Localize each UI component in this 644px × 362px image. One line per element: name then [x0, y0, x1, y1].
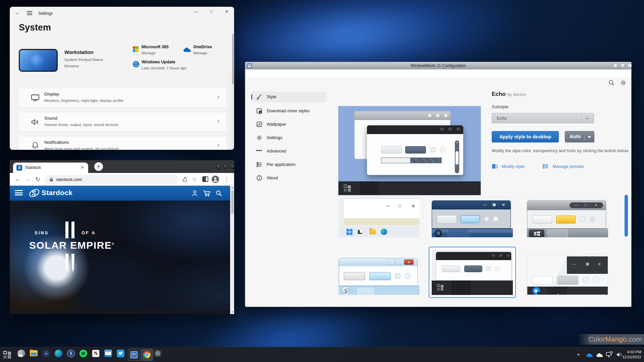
- style-thumbnail-silver[interactable]: — □ ✕: [527, 196, 608, 237]
- scroll-up-icon[interactable]: ▲: [231, 186, 233, 189]
- quick-link-subtitle[interactable]: Manage: [193, 51, 207, 55]
- nav-item-per-application[interactable]: Per application: [251, 159, 326, 170]
- substyle-dropdown[interactable]: Echo: [492, 113, 594, 123]
- style-thumbnail-xp-blue[interactable]: — □ ✕ S: [338, 255, 420, 295]
- onedrive-personal-tray-icon[interactable]: [595, 352, 603, 358]
- nav-item-advanced[interactable]: ••• Advanced: [251, 146, 326, 157]
- chrome-taskbar-slot[interactable]: [141, 349, 153, 361]
- wb-close-button[interactable]: [627, 63, 632, 68]
- notion-icon[interactable]: N: [92, 350, 100, 357]
- spotify-icon[interactable]: [79, 350, 87, 357]
- nav-item-download[interactable]: Download more styles: [251, 106, 326, 116]
- nav-item-about[interactable]: About: [251, 173, 326, 183]
- rename-button[interactable]: Rename: [64, 64, 79, 68]
- browser-tab[interactable]: S Stardock ✕: [13, 163, 88, 173]
- file-explorer-icon[interactable]: [30, 350, 38, 357]
- quick-link-title[interactable]: Microsoft 365: [142, 45, 169, 49]
- watermark-part2: Mango: [605, 335, 627, 343]
- account-icon[interactable]: [191, 190, 198, 197]
- watermark: ColorMango.com: [578, 334, 644, 345]
- style-thumbnail-light[interactable]: — □ ✕: [338, 196, 420, 237]
- window-close-button[interactable]: [230, 164, 235, 169]
- window-minimize-button[interactable]: [216, 164, 221, 169]
- nav-label: Style: [267, 94, 276, 99]
- cart-icon[interactable]: [203, 190, 211, 197]
- onedrive-tray-icon[interactable]: [585, 352, 593, 358]
- display-device-tray-icon[interactable]: [606, 351, 613, 358]
- chevron-right-icon: ›: [217, 94, 219, 100]
- nav-label: Settings: [267, 135, 282, 140]
- scrollbar-thumb[interactable]: [231, 190, 234, 214]
- quick-link-title[interactable]: Windows Update: [142, 60, 175, 64]
- manage-presets-link[interactable]: Manage presets: [543, 163, 584, 169]
- stardock-logo[interactable]: S: [29, 188, 40, 198]
- nav-label: About: [267, 175, 278, 180]
- nav-item-wallpaper[interactable]: Wallpaper: [251, 119, 326, 130]
- sphere-app-icon[interactable]: [17, 350, 25, 357]
- profile-avatar[interactable]: [212, 176, 219, 183]
- hero-banner[interactable]: SINS OF A SOLAR EMPIRE®: [10, 201, 230, 310]
- site-menu-icon[interactable]: [15, 190, 23, 196]
- nav-label: Download more styles: [267, 108, 310, 113]
- brand-name[interactable]: Stardock: [42, 189, 72, 197]
- style-thumbnail-charcoal[interactable]: — ▣ ✕: [527, 255, 608, 295]
- back-icon[interactable]: ←: [15, 10, 20, 16]
- svg-text:S: S: [344, 289, 347, 294]
- maximize-button[interactable]: □: [204, 9, 219, 14]
- onepassword-icon[interactable]: 1: [67, 350, 75, 357]
- auto-chevron-icon: [588, 136, 591, 138]
- preview-front-window: [367, 125, 463, 175]
- substyle-label: Substyle: [492, 104, 508, 109]
- wb-maximize-button[interactable]: [620, 63, 625, 68]
- settings-item-notifications[interactable]: Notifications Alerts from apps and syste…: [18, 136, 227, 150]
- nav-item-settings[interactable]: Settings: [251, 132, 326, 143]
- tab-close-icon[interactable]: ✕: [80, 165, 84, 170]
- settings-item-display[interactable]: Display Monitors, brightness, night ligh…: [18, 88, 227, 107]
- quick-link-title[interactable]: OneDrive: [193, 45, 212, 49]
- window-maximize-button[interactable]: [223, 164, 228, 169]
- nav-item-style[interactable]: Style: [251, 92, 326, 102]
- wb-scrollbar-thumb[interactable]: [625, 195, 628, 237]
- scroll-down-icon[interactable]: ▼: [231, 311, 233, 313]
- show-hidden-icons[interactable]: +: [577, 352, 580, 358]
- quick-link-subtitle[interactable]: Manage: [142, 51, 156, 55]
- scrollbar-thumb[interactable]: [232, 34, 233, 84]
- reload-icon[interactable]: ↻: [35, 176, 40, 183]
- modify-style-link[interactable]: Modify style: [492, 163, 525, 169]
- auto-button[interactable]: Auto: [565, 131, 594, 142]
- mail-icon[interactable]: [104, 350, 112, 357]
- search-icon[interactable]: [608, 79, 615, 86]
- gear-icon[interactable]: [620, 79, 627, 86]
- start-button[interactable]: [3, 351, 11, 359]
- wb-minimize-button[interactable]: [613, 63, 618, 68]
- search-icon[interactable]: [215, 190, 222, 197]
- page-scrollbar[interactable]: ▲ ▼: [230, 186, 234, 314]
- forward-icon[interactable]: →: [24, 176, 31, 183]
- wb-content: Style Download more styles Wallpaper Set…: [245, 77, 631, 307]
- ellipsis-icon: •••: [256, 148, 262, 154]
- bookmark-star-icon[interactable]: ☆: [192, 176, 197, 183]
- url-bar[interactable]: stardock.com: [45, 175, 179, 184]
- hamburger-icon[interactable]: [27, 11, 32, 15]
- url-text: stardock.com: [56, 177, 82, 182]
- menu-dots-icon[interactable]: ⋮: [224, 176, 230, 183]
- twitter-icon[interactable]: [117, 350, 124, 357]
- back-icon[interactable]: ←: [14, 176, 20, 183]
- settings-item-sound[interactable]: Sound Volume levels, output, input, soun…: [18, 112, 227, 131]
- style-name: Echo by danioc: [492, 91, 526, 98]
- side-panel-icon[interactable]: [202, 176, 208, 182]
- settings-app-icon[interactable]: [154, 350, 162, 357]
- style-thumbnail-echo-selected[interactable]: [429, 247, 516, 298]
- new-tab-button[interactable]: +: [94, 162, 103, 171]
- clock[interactable]: 4:03 PM 11/15/2022: [621, 350, 641, 360]
- deskscapes-icon[interactable]: [42, 350, 50, 357]
- wb-title-text: WindowBlinds 11 Configuration: [245, 63, 631, 68]
- windowblinds-taskbar-slot[interactable]: [128, 349, 140, 361]
- close-button[interactable]: ✕: [219, 9, 234, 14]
- edge-icon[interactable]: [55, 350, 62, 357]
- apply-style-button[interactable]: Apply style to desktop: [492, 131, 559, 142]
- style-thumbnail-navy[interactable]: — ▣ ✕: [432, 196, 513, 237]
- minimize-button[interactable]: —: [188, 9, 204, 14]
- substyle-value: Echo: [497, 116, 507, 121]
- share-icon[interactable]: [182, 176, 188, 182]
